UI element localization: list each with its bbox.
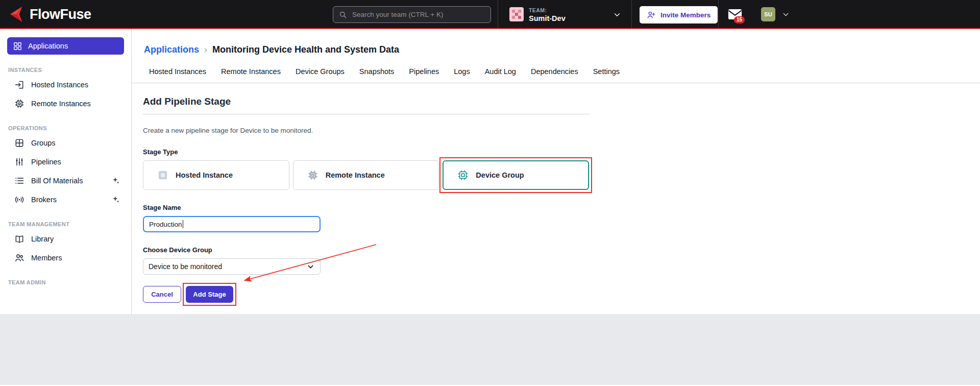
remote-instance-chip-icon	[307, 170, 318, 181]
sidebar-item-library[interactable]: Library	[7, 229, 124, 248]
sidebar-item-bill-of-materials[interactable]: Bill Of Materials	[7, 171, 124, 190]
applications-grid-icon	[13, 41, 22, 51]
add-stage-button[interactable]: Add Stage	[186, 286, 233, 303]
brand-name: FlowFuse	[30, 7, 91, 22]
stage-type-label: Stage Type	[143, 148, 589, 156]
chevron-down-icon	[306, 262, 315, 271]
invite-members-button[interactable]: Invite Members	[640, 6, 718, 23]
tab-dependencies[interactable]: Dependencies	[531, 67, 578, 83]
breadcrumb: Applications › Monitoring Device Health …	[144, 44, 980, 55]
sparkle-icon	[111, 195, 120, 204]
main-content: Applications › Monitoring Device Health …	[132, 29, 980, 314]
tab-settings[interactable]: Settings	[593, 67, 620, 83]
stage-type-option-label: Hosted Instance	[176, 171, 233, 179]
sidebar-item-label: Bill Of Materials	[31, 177, 83, 185]
sidebar-item-label: Groups	[31, 139, 56, 147]
sidebar-item-brokers[interactable]: Brokers	[7, 190, 124, 209]
text-cursor	[183, 220, 183, 228]
chevron-down-icon[interactable]	[612, 10, 622, 19]
tab-pipelines[interactable]: Pipelines	[409, 67, 439, 83]
stage-type-remote-instance[interactable]: Remote Instance	[293, 160, 439, 190]
sidebar-section-team-management: TEAM MANAGEMENT	[8, 221, 124, 227]
tab-snapshots[interactable]: Snapshots	[359, 67, 395, 83]
tab-remote-instances[interactable]: Remote Instances	[221, 67, 281, 83]
search-input[interactable]	[351, 10, 485, 19]
sidebar-item-label: Members	[31, 254, 62, 262]
pipelines-icon	[14, 157, 24, 167]
divider	[143, 114, 589, 114]
choose-device-group-label: Choose Device Group	[143, 246, 589, 254]
team-search	[333, 6, 491, 23]
sidebar-item-label: Applications	[28, 42, 68, 50]
team-selector[interactable]: TEAM: Sumit-Dev	[509, 7, 566, 22]
flowfuse-logo[interactable]: FlowFuse	[8, 6, 91, 23]
user-plus-icon	[647, 10, 656, 19]
stage-type-option-label: Device Group	[476, 171, 524, 179]
library-book-icon	[14, 234, 24, 244]
sidebar-item-label: Pipelines	[31, 158, 61, 166]
tab-logs[interactable]: Logs	[454, 67, 470, 83]
sidebar-item-label: Brokers	[31, 196, 57, 204]
chip-icon	[14, 99, 24, 109]
stage-type-option-label: Remote Instance	[326, 171, 385, 179]
top-navigation-bar: FlowFuse TEAM: Sumit-Dev Invite Members	[0, 0, 980, 29]
chevron-down-icon[interactable]	[781, 10, 790, 19]
team-name: Sumit-Dev	[529, 14, 566, 22]
stage-name-value: Production	[149, 221, 182, 228]
breadcrumb-current-page: Monitoring Device Health and System Data	[212, 44, 399, 55]
sidebar-item-label: Library	[31, 235, 54, 243]
sidebar-section-operations: OPERATIONS	[8, 125, 124, 131]
add-pipeline-stage-form: Add Pipeline Stage Create a new pipeline…	[132, 83, 980, 303]
sparkle-icon	[111, 176, 120, 185]
notifications-button[interactable]: 15	[727, 8, 746, 25]
invite-members-label: Invite Members	[660, 11, 710, 19]
team-label: TEAM:	[529, 7, 566, 13]
notification-badge: 15	[734, 16, 745, 23]
header-divider	[718, 0, 719, 28]
sidebar-item-applications[interactable]: Applications	[7, 37, 124, 55]
bill-of-materials-icon	[14, 176, 24, 186]
device-group-chip-icon	[457, 170, 469, 181]
workspace: Applications INSTANCES Hosted Instances …	[0, 29, 980, 314]
cancel-button[interactable]: Cancel	[143, 286, 181, 303]
sidebar-section-team-admin: TEAM ADMIN	[8, 279, 124, 285]
stage-type-options: Hosted Instance Remote Instance	[143, 160, 589, 190]
sidebar-item-label: Remote Instances	[31, 100, 91, 108]
form-title: Add Pipeline Stage	[143, 96, 589, 107]
sidebar-item-groups[interactable]: Groups	[7, 133, 124, 152]
hosted-instance-icon	[157, 170, 168, 181]
application-tabs: Hosted Instances Remote Instances Device…	[132, 67, 980, 83]
sidebar-item-remote-instances[interactable]: Remote Instances	[7, 94, 124, 113]
stage-name-label: Stage Name	[143, 204, 589, 211]
header-divider	[631, 0, 632, 28]
flowfuse-logo-icon	[8, 6, 26, 23]
header-divider	[498, 0, 498, 28]
user-avatar: SU	[761, 7, 775, 21]
tab-audit-log[interactable]: Audit Log	[485, 67, 516, 83]
device-group-select[interactable]: Device to be monitored	[143, 258, 321, 275]
form-description: Create a new pipeline stage for Device t…	[143, 127, 589, 134]
stage-type-device-group[interactable]: Device Group	[443, 160, 589, 190]
sidebar-item-pipelines[interactable]: Pipelines	[7, 152, 124, 171]
team-avatar	[509, 7, 524, 21]
stage-name-input[interactable]: Production	[143, 216, 321, 232]
device-group-selected-value: Device to be monitored	[149, 262, 222, 271]
sidebar: Applications INSTANCES Hosted Instances …	[0, 29, 132, 314]
tab-device-groups[interactable]: Device Groups	[296, 67, 345, 83]
sidebar-section-instances: INSTANCES	[8, 67, 124, 73]
hosted-instances-icon	[14, 80, 24, 90]
groups-icon	[14, 138, 24, 148]
brokers-broadcast-icon	[14, 195, 24, 205]
breadcrumb-separator: ›	[204, 44, 207, 55]
sidebar-item-hosted-instances[interactable]: Hosted Instances	[7, 75, 124, 94]
breadcrumb-applications-link[interactable]: Applications	[144, 44, 199, 55]
form-actions: Cancel Add Stage	[143, 286, 589, 303]
user-menu[interactable]: SU	[761, 7, 790, 21]
search-icon	[338, 10, 347, 19]
page-bottom-background	[0, 314, 980, 385]
sidebar-item-members[interactable]: Members	[7, 248, 124, 267]
tab-hosted-instances[interactable]: Hosted Instances	[149, 67, 206, 83]
stage-type-hosted-instance[interactable]: Hosted Instance	[143, 160, 289, 190]
members-users-icon	[14, 253, 24, 263]
sidebar-item-label: Hosted Instances	[31, 81, 88, 89]
